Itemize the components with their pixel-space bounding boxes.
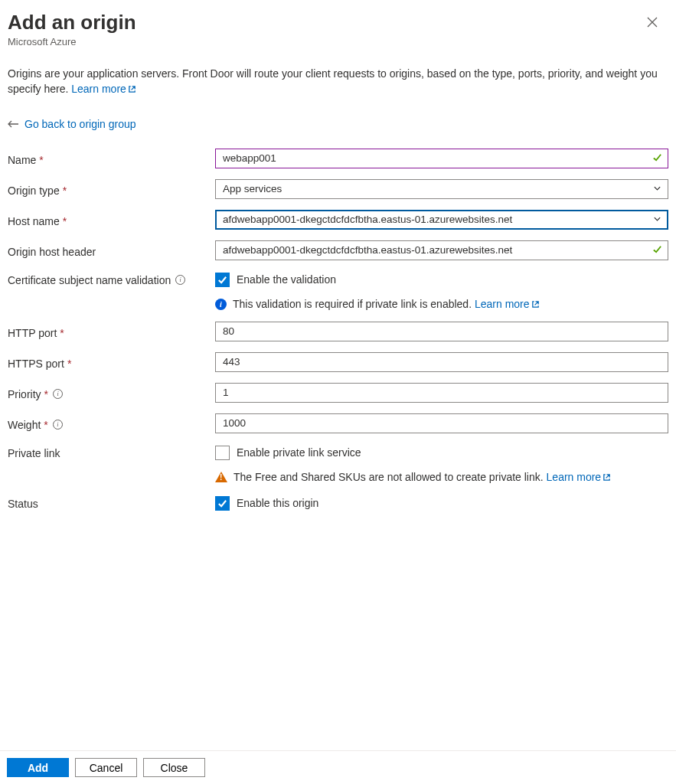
status-label: Status xyxy=(8,498,38,510)
enable-origin-label: Enable this origin xyxy=(237,497,318,509)
host-name-label: Host name xyxy=(8,215,60,227)
weight-label: Weight xyxy=(8,419,41,431)
host-name-select[interactable] xyxy=(215,210,668,230)
description-learn-more-link[interactable]: Learn more xyxy=(71,83,136,95)
private-link-label: Private link xyxy=(8,447,60,459)
add-button[interactable]: Add xyxy=(7,758,69,777)
origin-type-select[interactable] xyxy=(215,179,668,199)
info-icon[interactable]: i xyxy=(53,389,63,399)
origin-type-label: Origin type xyxy=(8,185,60,197)
enable-private-link-label: Enable private link service xyxy=(237,446,361,459)
priority-label: Priority xyxy=(8,388,41,400)
info-badge-icon xyxy=(215,299,227,310)
back-link[interactable]: Go back to origin group xyxy=(8,118,668,130)
external-link-icon xyxy=(128,82,136,97)
enable-validation-checkbox[interactable] xyxy=(215,273,230,287)
cancel-button[interactable]: Cancel xyxy=(75,758,137,777)
external-link-icon xyxy=(603,472,611,484)
required-asterisk: * xyxy=(39,154,43,166)
validation-info-note: This validation is required if private l… xyxy=(215,298,668,311)
check-icon xyxy=(652,244,662,256)
enable-origin-checkbox[interactable] xyxy=(215,496,230,511)
private-link-warn-note: The Free and Shared SKUs are not allowed… xyxy=(215,471,668,484)
warning-icon xyxy=(215,472,227,482)
weight-input[interactable] xyxy=(215,413,668,433)
arrow-left-icon xyxy=(8,118,18,130)
external-link-icon xyxy=(531,299,540,311)
close-icon[interactable] xyxy=(642,12,662,34)
private-link-learn-more-link[interactable]: Learn more xyxy=(547,471,612,483)
check-icon xyxy=(652,152,662,165)
info-icon[interactable]: i xyxy=(175,275,185,285)
origin-host-header-label: Origin host header xyxy=(8,246,96,258)
http-port-input[interactable] xyxy=(215,322,668,341)
page-subtitle: Microsoft Azure xyxy=(8,36,136,47)
enable-private-link-checkbox[interactable] xyxy=(215,446,230,460)
close-button[interactable]: Close xyxy=(143,758,205,777)
https-port-input[interactable] xyxy=(215,352,668,372)
name-input[interactable] xyxy=(215,149,668,168)
description-text: Origins are your application servers. Fr… xyxy=(8,66,668,98)
https-port-label: HTTPS port xyxy=(8,358,64,370)
enable-validation-label: Enable the validation xyxy=(237,273,336,286)
cert-validation-label: Certificate subject name validation xyxy=(8,274,171,286)
http-port-label: HTTP port xyxy=(8,327,57,339)
name-label: Name xyxy=(8,154,36,166)
origin-host-header-input[interactable] xyxy=(215,240,668,260)
info-icon[interactable]: i xyxy=(53,420,63,430)
validation-learn-more-link[interactable]: Learn more xyxy=(475,298,540,310)
page-title: Add an origin xyxy=(8,11,136,34)
priority-input[interactable] xyxy=(215,383,668,403)
